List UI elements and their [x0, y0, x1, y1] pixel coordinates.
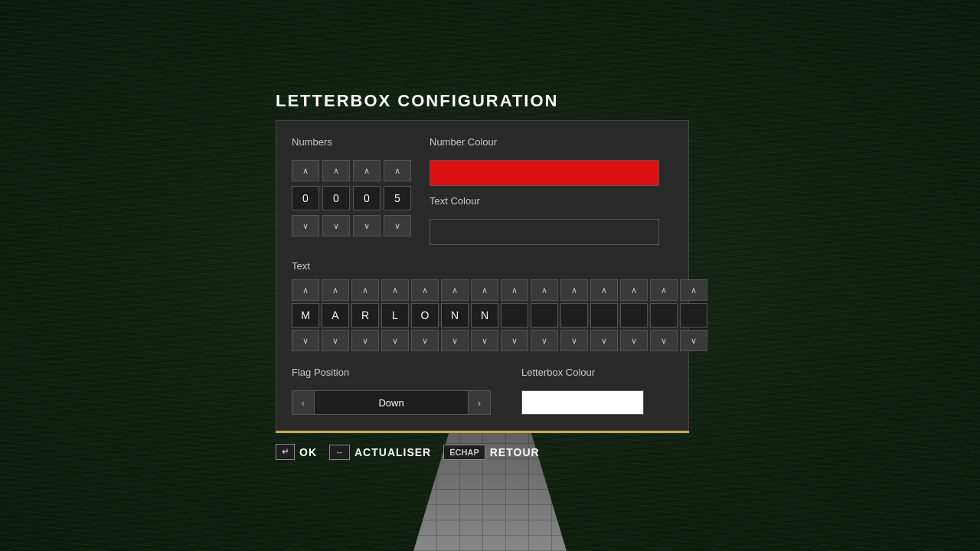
char-12-value — [650, 303, 678, 328]
text-colour-section: Text Colour — [430, 195, 673, 245]
digit-0-value: 0 — [292, 186, 319, 210]
numbers-label: Numbers — [292, 136, 411, 148]
number-colour-label: Number Colour — [430, 136, 673, 148]
char-1-down[interactable]: ∨ — [322, 330, 349, 351]
char-up-buttons: ∧ ∧ ∧ ∧ ∧ ∧ ∧ ∧ ∧ ∧ ∧ ∧ ∧ ∧ — [292, 279, 673, 301]
char-2-up[interactable]: ∧ — [351, 279, 379, 301]
flag-value: Down — [315, 390, 468, 415]
char-7-down[interactable]: ∨ — [501, 330, 528, 351]
char-1-value: A — [322, 303, 349, 328]
retour-label: RETOUR — [490, 446, 540, 458]
char-2-value: R — [351, 303, 379, 328]
char-10-value — [590, 303, 618, 328]
char-3-value: L — [381, 303, 409, 328]
char-12-up[interactable]: ∧ — [650, 279, 678, 301]
main-container: LETTERBOX CONFIGURATION Numbers ∧ ∧ ∧ ∧ … — [0, 0, 980, 551]
colours-section: Number Colour Text Colour — [430, 136, 673, 245]
text-label: Text — [292, 260, 673, 272]
char-10-up[interactable]: ∧ — [590, 279, 618, 301]
char-1-up[interactable]: ∧ — [322, 279, 349, 301]
flag-position-label: Flag Position — [292, 367, 491, 378]
char-7-value — [501, 303, 528, 328]
flag-selector: ‹ Down › — [292, 390, 491, 415]
letterbox-colour-bar[interactable] — [521, 390, 644, 415]
page-title: LETTERBOX CONFIGURATION — [276, 91, 558, 111]
ok-button[interactable]: ↵ OK — [276, 444, 317, 460]
digit-1-up[interactable]: ∧ — [322, 160, 350, 181]
char-3-down[interactable]: ∨ — [381, 330, 409, 351]
char-11-up[interactable]: ∧ — [620, 279, 648, 301]
letterbox-colour-section: Letterbox Colour — [521, 367, 644, 415]
char-6-down[interactable]: ∨ — [471, 330, 498, 351]
char-9-down[interactable]: ∨ — [560, 330, 588, 351]
digit-2-down[interactable]: ∨ — [353, 215, 381, 236]
bottom-buttons: ↵ OK ↔ ACTUALISER ÉCHAP RETOUR — [276, 444, 540, 460]
char-0-value: M — [292, 303, 319, 328]
digit-3-down[interactable]: ∨ — [384, 215, 411, 236]
char-6-up[interactable]: ∧ — [471, 279, 498, 301]
digit-2-up[interactable]: ∧ — [353, 160, 381, 181]
char-4-up[interactable]: ∧ — [411, 279, 439, 301]
digit-values: 0 0 0 5 — [292, 186, 411, 210]
flag-next-button[interactable]: › — [468, 390, 491, 415]
number-colour-section: Number Colour — [430, 136, 673, 186]
number-colour-bar[interactable] — [430, 160, 659, 186]
char-down-buttons: ∨ ∨ ∨ ∨ ∨ ∨ ∨ ∨ ∨ ∨ ∨ ∨ ∨ ∨ — [292, 330, 673, 351]
actualiser-label: ACTUALISER — [354, 446, 431, 458]
char-0-down[interactable]: ∨ — [292, 330, 319, 351]
letterbox-colour-label: Letterbox Colour — [521, 367, 644, 378]
text-colour-bar[interactable] — [430, 219, 659, 245]
char-4-down[interactable]: ∨ — [411, 330, 439, 351]
char-3-up[interactable]: ∧ — [381, 279, 409, 301]
char-11-value — [620, 303, 648, 328]
char-8-value — [531, 303, 558, 328]
char-8-down[interactable]: ∨ — [531, 330, 558, 351]
char-10-down[interactable]: ∨ — [590, 330, 618, 351]
text-section: Text ∧ ∧ ∧ ∧ ∧ ∧ ∧ ∧ ∧ ∧ ∧ ∧ ∧ ∧ M — [292, 260, 673, 351]
char-5-down[interactable]: ∨ — [441, 330, 469, 351]
char-9-up[interactable]: ∧ — [560, 279, 588, 301]
dialog-bottom-bar — [276, 431, 689, 433]
actualiser-key: ↔ — [329, 445, 350, 460]
char-13-down[interactable]: ∨ — [680, 330, 707, 351]
char-0-up[interactable]: ∧ — [292, 279, 319, 301]
digit-3-value: 5 — [384, 186, 411, 210]
char-4-value: O — [411, 303, 439, 328]
ok-label: OK — [299, 446, 317, 458]
digit-2-value: 0 — [353, 186, 381, 210]
digit-up-buttons: ∧ ∧ ∧ ∧ — [292, 160, 411, 181]
retour-key: ÉCHAP — [443, 445, 485, 460]
flag-prev-button[interactable]: ‹ — [292, 390, 315, 415]
char-13-value — [680, 303, 707, 328]
char-13-up[interactable]: ∧ — [680, 279, 707, 301]
char-9-value — [560, 303, 588, 328]
digit-0-down[interactable]: ∨ — [292, 215, 319, 236]
bottom-row: Flag Position ‹ Down › Letterbox Colour — [292, 367, 673, 415]
char-8-up[interactable]: ∧ — [531, 279, 558, 301]
numbers-section: Numbers ∧ ∧ ∧ ∧ 0 0 0 5 ∨ — [292, 136, 411, 245]
text-colour-label: Text Colour — [430, 195, 673, 207]
digit-1-value: 0 — [322, 186, 350, 210]
digit-0-up[interactable]: ∧ — [292, 160, 319, 181]
flag-position-section: Flag Position ‹ Down › — [292, 367, 491, 415]
char-7-up[interactable]: ∧ — [501, 279, 528, 301]
retour-button[interactable]: ÉCHAP RETOUR — [443, 445, 539, 460]
char-11-down[interactable]: ∨ — [620, 330, 648, 351]
ok-key: ↵ — [276, 444, 295, 460]
char-6-value: N — [471, 303, 498, 328]
digit-3-up[interactable]: ∧ — [384, 160, 411, 181]
char-2-down[interactable]: ∨ — [351, 330, 379, 351]
char-values: M A R L O N N — [292, 303, 673, 328]
char-12-down[interactable]: ∨ — [650, 330, 678, 351]
char-5-value: N — [441, 303, 469, 328]
digit-1-down[interactable]: ∨ — [322, 215, 350, 236]
actualiser-button[interactable]: ↔ ACTUALISER — [329, 445, 431, 460]
digit-down-buttons: ∨ ∨ ∨ ∨ — [292, 215, 411, 236]
dialog-box: Numbers ∧ ∧ ∧ ∧ 0 0 0 5 ∨ — [276, 120, 689, 431]
char-5-up[interactable]: ∧ — [441, 279, 469, 301]
